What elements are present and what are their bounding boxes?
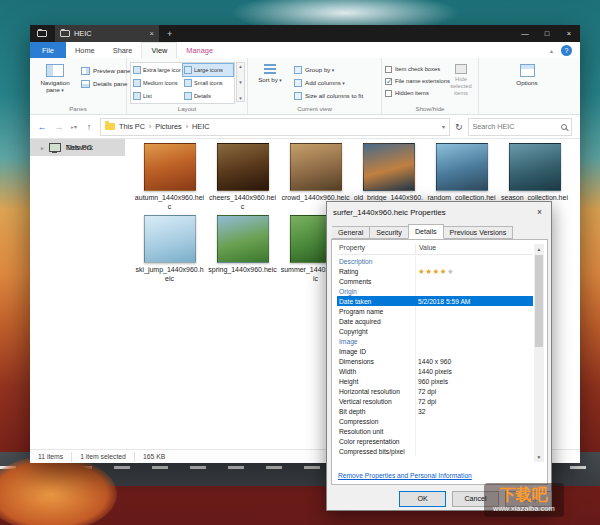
ribbon-tab[interactable]: Home [66,42,104,58]
property-row[interactable]: Compressed bits/pixel [337,446,533,456]
property-row[interactable]: Vertical resolution 72 dpi [337,396,533,406]
navigation-pane-button[interactable]: Navigation pane [33,61,77,105]
property-row[interactable]: Rating ★★★★★ [337,266,533,276]
scrollbar-thumb[interactable] [535,255,543,347]
property-row[interactable]: Dimensions 1440 x 960 [337,356,533,366]
property-row[interactable]: Description [337,256,533,266]
close-button[interactable]: × [558,25,580,42]
file-menu-button[interactable]: File [30,42,66,58]
property-row[interactable]: Height 960 pixels [337,376,533,386]
help-icon[interactable]: ? [561,45,572,56]
property-row[interactable]: Program name [337,306,533,316]
search-icon[interactable] [561,124,567,130]
up-button[interactable]: ↑ [83,122,95,132]
file-item[interactable]: autumn_1440x960.heic [133,143,206,211]
sidebar-item[interactable]: Network [30,139,125,156]
gallery-scroll-up-icon[interactable] [239,63,242,69]
show-hide-checkbox-row[interactable]: File name extensions [385,75,445,87]
file-thumbnail[interactable] [144,215,196,263]
property-row[interactable]: Color representation [337,436,533,446]
dialog-tab[interactable]: Previous Versions [444,226,514,239]
property-row[interactable]: Bit depth 32 [337,406,533,416]
property-row[interactable]: Compression [337,416,533,426]
search-box[interactable] [468,118,572,136]
checkbox-icon[interactable] [385,78,392,85]
checkbox-icon[interactable] [385,66,392,73]
property-row[interactable]: Origin [337,286,533,296]
breadcrumb-segment[interactable]: This PC [119,122,155,131]
layout-option-label: Small icons [194,80,223,86]
gallery-more-icon[interactable] [239,79,242,85]
expand-chevron-icon[interactable] [41,143,44,152]
layout-option[interactable]: Medium icons [132,77,182,89]
new-tab-button[interactable]: + [167,29,172,39]
layout-option[interactable]: Small icons [183,77,233,89]
details-scrollbar[interactable]: ▴ ▾ [534,244,544,462]
layout-option[interactable]: Extra large icons [132,64,182,76]
recent-locations-icon[interactable]: ▾ [70,123,78,130]
show-hide-checkbox-row[interactable]: Hidden items [385,87,445,99]
refresh-icon[interactable]: ↻ [455,122,463,132]
file-thumbnail[interactable] [217,215,269,263]
ribbon-tab[interactable]: View [141,42,177,58]
ribbon-tab[interactable]: Share [104,42,142,58]
collapse-ribbon-icon[interactable]: ▴ [550,47,553,54]
address-box[interactable]: This PC Pictures HEIC ▾ [100,118,450,136]
minimize-button[interactable]: — [514,25,536,42]
scroll-down-icon[interactable]: ▾ [534,452,544,462]
dialog-tab[interactable]: Details [408,224,444,239]
property-row[interactable]: Resolution unit [337,426,533,436]
column-header-property[interactable]: Property [337,244,415,254]
file-thumbnail[interactable] [363,143,415,191]
file-thumbnail[interactable] [436,143,488,191]
file-item[interactable]: spring_1440x960.heic [206,215,279,283]
back-button[interactable]: ← [36,122,48,132]
breadcrumb-segment[interactable]: Pictures [155,122,192,131]
file-thumbnail[interactable] [144,143,196,191]
dialog-tab[interactable]: Security [370,226,409,239]
ok-button[interactable]: OK [399,491,446,507]
property-row[interactable]: Image ID [337,346,533,356]
show-hide-checkbox-row[interactable]: Item check boxes [385,63,445,75]
view-option-button[interactable]: Group by [292,63,380,76]
file-thumbnail[interactable] [509,143,561,191]
layout-option[interactable]: List [132,90,182,102]
rating-stars-filled-icon[interactable]: ★★★★ [418,267,447,276]
hide-selected-items-button[interactable]: Hide selected items [444,61,478,105]
gallery-scroll-down-icon[interactable] [239,95,242,101]
scroll-up-icon[interactable]: ▴ [534,244,544,254]
property-row[interactable]: Horizontal resolution 72 dpi [337,386,533,396]
details-pane-button[interactable]: Details pane [79,77,126,90]
property-row[interactable]: Comments [337,276,533,286]
layout-option[interactable]: Details [183,90,233,102]
preview-pane-button[interactable]: Preview pane [79,64,126,77]
maximize-button[interactable]: □ [536,25,558,42]
layout-option[interactable]: Large icons [183,64,233,76]
property-row[interactable]: Width 1440 pixels [337,366,533,376]
property-row[interactable]: Image [337,336,533,346]
property-row[interactable]: Date acquired [337,316,533,326]
sort-by-button[interactable]: Sort by [252,61,288,105]
checkbox-icon[interactable] [385,90,392,97]
options-button[interactable]: Options [505,61,549,105]
file-item[interactable]: ski_jump_1440x960.heic [133,215,206,283]
explorer-tab[interactable]: HEIC × [55,25,159,42]
view-option-button[interactable]: Add columns [292,76,380,89]
file-thumbnail[interactable] [217,143,269,191]
file-thumbnail[interactable] [290,143,342,191]
remove-properties-link[interactable]: Remove Properties and Personal Informati… [338,472,472,479]
ribbon-tab[interactable]: Manage [177,42,222,58]
file-item[interactable]: cheers_1440x960.heic [206,143,279,211]
address-dropdown-icon[interactable]: ▾ [442,123,445,130]
column-header-value[interactable]: Value [415,244,533,254]
rating-stars-empty-icon[interactable]: ★ [447,267,454,276]
breadcrumb-segment[interactable]: HEIC [192,122,209,131]
dialog-tab[interactable]: General [332,226,370,239]
tab-close-icon[interactable]: × [150,29,154,38]
forward-button[interactable]: → [53,122,65,132]
property-row[interactable]: Date taken 5/2/2018 5:59 AM [337,296,533,306]
dialog-close-icon[interactable]: × [534,207,545,217]
property-row[interactable]: Copyright [337,326,533,336]
layout-gallery-scrollbar[interactable] [236,62,245,102]
view-option-button[interactable]: Size all columns to fit [292,89,380,102]
